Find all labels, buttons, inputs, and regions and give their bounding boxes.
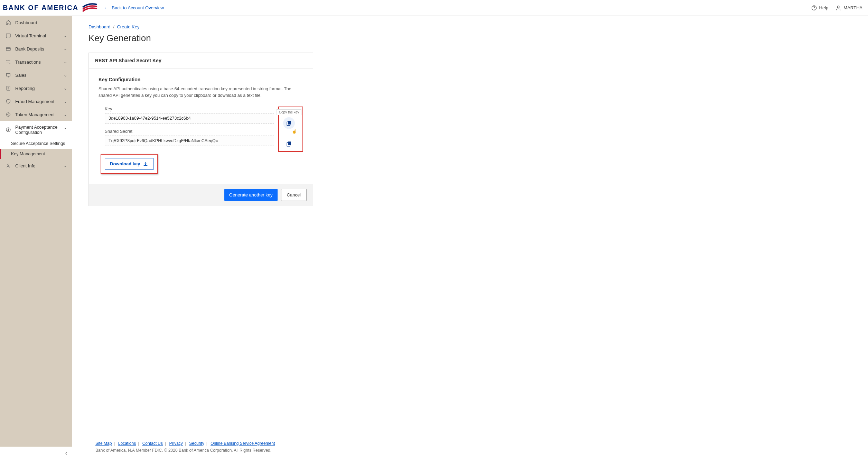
cancel-button[interactable]: Cancel bbox=[281, 189, 307, 201]
token-icon bbox=[6, 112, 11, 117]
back-to-overview-link[interactable]: Back to Account Overview bbox=[112, 5, 164, 10]
home-icon bbox=[6, 20, 11, 25]
section-description: Shared API authenticates using a base-64… bbox=[99, 86, 299, 99]
footer-link-contact[interactable]: Contact Us bbox=[142, 441, 163, 446]
secret-field-label: Shared Secret bbox=[105, 129, 274, 134]
user-name-label: MARTHA bbox=[843, 5, 862, 10]
sidebar-item-label: Fraud Management bbox=[15, 99, 59, 104]
main-content: Dashboard / Create Key Key Generation RE… bbox=[72, 16, 868, 459]
copy-icon bbox=[286, 141, 292, 147]
copy-secret-button[interactable] bbox=[283, 138, 295, 150]
sidebar-item-virtual-terminal[interactable]: Virtual Terminal ⌄ bbox=[0, 29, 72, 42]
sidebar-item-label: Reporting bbox=[15, 86, 59, 91]
sidebar-item-bank-deposits[interactable]: Bank Deposits ⌄ bbox=[0, 42, 72, 55]
person-icon bbox=[6, 163, 11, 168]
page-footer: Site Map| Locations| Contact Us| Privacy… bbox=[88, 436, 851, 459]
sidebar-item-dashboard[interactable]: Dashboard bbox=[0, 16, 72, 29]
footer-link-locations[interactable]: Locations bbox=[118, 441, 136, 446]
svg-point-8 bbox=[8, 114, 9, 115]
generate-another-key-button[interactable]: Generate another key bbox=[224, 189, 278, 201]
svg-point-1 bbox=[814, 9, 814, 9]
secret-field-input[interactable] bbox=[105, 136, 274, 146]
deposits-icon bbox=[6, 46, 11, 52]
back-arrow-icon: ← bbox=[104, 5, 110, 11]
svg-rect-13 bbox=[288, 141, 291, 145]
reporting-icon bbox=[6, 85, 11, 91]
shield-icon bbox=[6, 99, 11, 104]
dollar-gear-icon bbox=[6, 127, 11, 132]
sidebar-item-label: Client Info bbox=[15, 163, 59, 168]
footer-copyright: Bank of America, N.A Member FDIC. © 2020… bbox=[95, 448, 844, 453]
sidebar-item-label: Dashboard bbox=[15, 20, 67, 25]
sidebar-item-label: Sales bbox=[15, 73, 59, 78]
copy-icon bbox=[286, 120, 292, 126]
chevron-up-icon: ⌃ bbox=[64, 127, 67, 132]
chevron-down-icon: ⌄ bbox=[64, 46, 67, 51]
help-link[interactable]: Help bbox=[811, 5, 829, 11]
download-key-label: Download key bbox=[110, 161, 140, 166]
chevron-down-icon: ⌄ bbox=[64, 33, 67, 38]
brand-logo-text: BANK OF AMERICA bbox=[3, 4, 78, 12]
help-icon bbox=[811, 5, 817, 11]
sidebar-item-label: Bank Deposits bbox=[15, 46, 59, 52]
sidebar-item-client-info[interactable]: Client Info ⌄ bbox=[0, 159, 72, 172]
footer-link-privacy[interactable]: Privacy bbox=[169, 441, 183, 446]
breadcrumb-sep: / bbox=[113, 24, 114, 29]
key-field-input[interactable] bbox=[105, 113, 274, 123]
svg-rect-5 bbox=[7, 73, 10, 76]
cursor-hand-icon: ☝ bbox=[292, 129, 297, 134]
sidebar-nav: Dashboard Virtual Terminal ⌄ Bank Deposi… bbox=[0, 16, 72, 459]
transactions-icon bbox=[6, 59, 11, 65]
download-key-button[interactable]: Download key bbox=[105, 158, 153, 170]
sidebar-item-payment-config[interactable]: Payment Acceptance Configuration ⌃ bbox=[0, 121, 72, 138]
sidebar-item-label: Transactions bbox=[15, 59, 59, 65]
sidebar-item-token[interactable]: Token Management ⌄ bbox=[0, 108, 72, 121]
chevron-down-icon: ⌄ bbox=[64, 73, 67, 77]
footer-link-agreement[interactable]: Online Banking Service Agreement bbox=[211, 441, 275, 446]
key-generation-card: REST API Shared Secret Key Key Configura… bbox=[88, 53, 313, 206]
svg-rect-11 bbox=[288, 121, 291, 125]
copy-tooltip: Copy the key bbox=[277, 109, 301, 115]
app-header: BANK OF AMERICA ← Back to Account Overvi… bbox=[0, 0, 868, 16]
card-header: REST API Shared Secret Key bbox=[89, 53, 313, 68]
chevron-down-icon: ⌄ bbox=[64, 163, 67, 168]
footer-link-site-map[interactable]: Site Map bbox=[95, 441, 112, 446]
sidebar-item-transactions[interactable]: Transactions ⌄ bbox=[0, 55, 72, 68]
sales-icon bbox=[6, 72, 11, 78]
sidebar-item-reporting[interactable]: Reporting ⌄ bbox=[0, 82, 72, 95]
svg-point-10 bbox=[8, 164, 9, 165]
chevron-down-icon: ⌄ bbox=[64, 112, 67, 117]
page-title: Key Generation bbox=[88, 33, 851, 44]
user-menu[interactable]: MARTHA bbox=[835, 5, 862, 11]
svg-rect-3 bbox=[6, 34, 10, 37]
chevron-down-icon: ⌄ bbox=[64, 86, 67, 91]
chevron-down-icon: ⌄ bbox=[64, 59, 67, 64]
svg-point-7 bbox=[7, 113, 10, 117]
help-label: Help bbox=[819, 5, 829, 10]
sidebar-collapse-button[interactable]: ‹ bbox=[0, 447, 72, 459]
sidebar-item-label: Token Management bbox=[15, 112, 59, 117]
key-field-label: Key bbox=[105, 107, 274, 111]
svg-rect-4 bbox=[6, 48, 10, 51]
chevron-down-icon: ⌄ bbox=[64, 99, 67, 104]
sidebar-item-label: Virtual Terminal bbox=[15, 33, 59, 38]
sidebar-item-fraud[interactable]: Fraud Management ⌄ bbox=[0, 95, 72, 108]
terminal-icon bbox=[6, 33, 11, 38]
breadcrumb-dashboard[interactable]: Dashboard bbox=[88, 24, 111, 29]
download-icon bbox=[143, 161, 148, 167]
sidebar-sub-key-management[interactable]: Key Management bbox=[0, 149, 72, 159]
breadcrumb: Dashboard / Create Key bbox=[88, 24, 851, 29]
svg-point-2 bbox=[837, 6, 839, 8]
sidebar-sub-secure-acceptance[interactable]: Secure Acceptance Settings bbox=[0, 138, 72, 149]
sidebar-item-label: Payment Acceptance Configuration bbox=[15, 125, 59, 135]
copy-key-button[interactable] bbox=[283, 117, 295, 129]
section-title: Key Configuration bbox=[99, 77, 303, 82]
brand-flag-icon bbox=[82, 2, 98, 13]
chevron-left-icon: ‹ bbox=[65, 450, 67, 456]
user-icon bbox=[835, 5, 841, 11]
footer-link-security[interactable]: Security bbox=[189, 441, 204, 446]
breadcrumb-create-key[interactable]: Create Key bbox=[117, 24, 139, 29]
sidebar-item-sales[interactable]: Sales ⌄ bbox=[0, 68, 72, 82]
